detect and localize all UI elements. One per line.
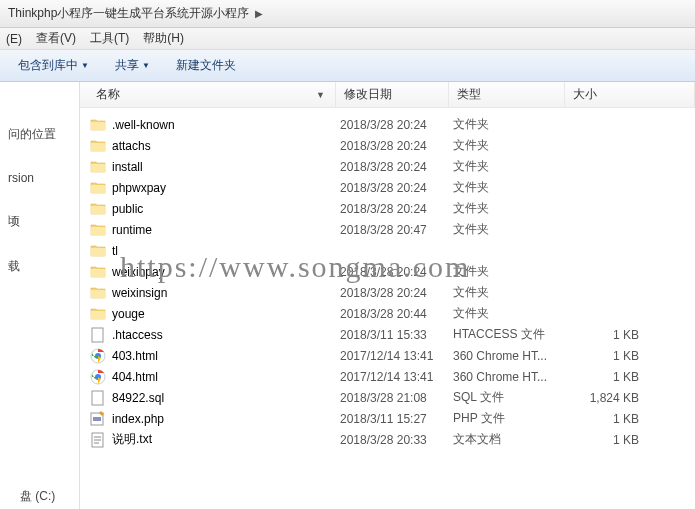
toolbar: 包含到库中 ▼ 共享 ▼ 新建文件夹: [0, 50, 695, 82]
file-type: PHP 文件: [453, 410, 569, 427]
file-date: 2018/3/28 20:24: [340, 286, 453, 300]
menu-tools[interactable]: 工具(T): [90, 30, 129, 47]
file-type: 文件夹: [453, 221, 569, 238]
file-row[interactable]: 84922.sql2018/3/28 21:08SQL 文件1,824 KB: [80, 387, 695, 408]
newfolder-label: 新建文件夹: [176, 57, 236, 74]
nav-freq[interactable]: 顷: [0, 199, 79, 244]
file-size: 1 KB: [569, 433, 649, 447]
menu-view[interactable]: 查看(V): [36, 30, 76, 47]
column-headers: 名称 ▼ 修改日期 类型 大小: [80, 82, 695, 108]
menu-edit[interactable]: (E): [6, 32, 22, 46]
file-size: 1 KB: [569, 412, 649, 426]
column-size[interactable]: 大小: [565, 82, 695, 107]
file-name: tl: [112, 244, 118, 258]
file-type: 360 Chrome HT...: [453, 349, 569, 363]
file-row[interactable]: weixinsign2018/3/28 20:24文件夹: [80, 282, 695, 303]
file-row[interactable]: index.php2018/3/11 15:27PHP 文件1 KB: [80, 408, 695, 429]
file-name: 说明.txt: [112, 431, 152, 448]
file-row[interactable]: 403.html2017/12/14 13:41360 Chrome HT...…: [80, 345, 695, 366]
navigation-pane[interactable]: 问的位置 rsion 顷 载: [0, 82, 80, 509]
file-name: .well-known: [112, 118, 175, 132]
breadcrumb-path[interactable]: Thinkphp小程序一键生成平台系统开源小程序: [8, 5, 249, 22]
file-type: 文件夹: [453, 284, 569, 301]
file-date: 2018/3/28 20:24: [340, 139, 453, 153]
file-row[interactable]: phpwxpay2018/3/28 20:24文件夹: [80, 177, 695, 198]
folder-icon: [90, 138, 106, 154]
share-button[interactable]: 共享 ▼: [105, 53, 160, 78]
folder-icon: [90, 222, 106, 238]
nav-rsion[interactable]: rsion: [0, 157, 79, 199]
include-label: 包含到库中: [18, 57, 78, 74]
file-name: 404.html: [112, 370, 158, 384]
file-date: 2018/3/28 20:44: [340, 307, 453, 321]
breadcrumb-arrow-icon[interactable]: ▶: [255, 8, 263, 19]
file-name: phpwxpay: [112, 181, 166, 195]
file-name: .htaccess: [112, 328, 163, 342]
file-type: 文件夹: [453, 158, 569, 175]
file-date: 2018/3/28 20:24: [340, 160, 453, 174]
file-row[interactable]: runtime2018/3/28 20:47文件夹: [80, 219, 695, 240]
file-date: 2018/3/28 21:08: [340, 391, 453, 405]
file-name: weixinpay: [112, 265, 165, 279]
folder-icon: [90, 306, 106, 322]
main-area: 问的位置 rsion 顷 载 名称 ▼ 修改日期 类型 大小 .well-kno…: [0, 82, 695, 509]
sort-arrow-icon: ▼: [316, 90, 325, 100]
file-date: 2018/3/28 20:24: [340, 118, 453, 132]
file-date: 2017/12/14 13:41: [340, 370, 453, 384]
svg-rect-5: [92, 391, 103, 405]
file-date: 2018/3/11 15:27: [340, 412, 453, 426]
file-icon: [90, 390, 106, 406]
file-type: 文件夹: [453, 263, 569, 280]
file-date: 2018/3/28 20:24: [340, 181, 453, 195]
file-list[interactable]: .well-known2018/3/28 20:24文件夹attachs2018…: [80, 108, 695, 450]
file-name: attachs: [112, 139, 151, 153]
file-row[interactable]: 404.html2017/12/14 13:41360 Chrome HT...…: [80, 366, 695, 387]
file-row[interactable]: tl: [80, 240, 695, 261]
file-row[interactable]: .well-known2018/3/28 20:24文件夹: [80, 114, 695, 135]
nav-download[interactable]: 载: [0, 244, 79, 289]
file-date: 2018/3/28 20:33: [340, 433, 453, 447]
file-name: runtime: [112, 223, 152, 237]
column-type[interactable]: 类型: [449, 82, 565, 107]
file-date: 2017/12/14 13:41: [340, 349, 453, 363]
file-date: 2018/3/28 20:24: [340, 202, 453, 216]
file-row[interactable]: .htaccess2018/3/11 15:33HTACCESS 文件1 KB: [80, 324, 695, 345]
chrome-icon: [90, 369, 106, 385]
file-size: 1 KB: [569, 370, 649, 384]
share-label: 共享: [115, 57, 139, 74]
file-type: 文件夹: [453, 179, 569, 196]
file-name: 403.html: [112, 349, 158, 363]
file-name: install: [112, 160, 143, 174]
file-type: 360 Chrome HT...: [453, 370, 569, 384]
column-name[interactable]: 名称 ▼: [80, 82, 336, 107]
nav-recent[interactable]: 问的位置: [0, 112, 79, 157]
file-row[interactable]: weixinpay2018/3/28 20:24文件夹: [80, 261, 695, 282]
svg-rect-7: [93, 417, 101, 421]
file-row[interactable]: install2018/3/28 20:24文件夹: [80, 156, 695, 177]
file-row[interactable]: public2018/3/28 20:24文件夹: [80, 198, 695, 219]
file-type: HTACCESS 文件: [453, 326, 569, 343]
column-date[interactable]: 修改日期: [336, 82, 449, 107]
file-date: 2018/3/28 20:24: [340, 265, 453, 279]
file-row[interactable]: youge2018/3/28 20:44文件夹: [80, 303, 695, 324]
txt-icon: [90, 432, 106, 448]
file-row[interactable]: attachs2018/3/28 20:24文件夹: [80, 135, 695, 156]
folder-icon: [90, 159, 106, 175]
include-in-library-button[interactable]: 包含到库中 ▼: [8, 53, 99, 78]
address-bar[interactable]: Thinkphp小程序一键生成平台系统开源小程序 ▶: [0, 0, 695, 28]
file-size: 1 KB: [569, 328, 649, 342]
file-icon: [90, 327, 106, 343]
file-name: public: [112, 202, 143, 216]
new-folder-button[interactable]: 新建文件夹: [166, 53, 246, 78]
file-row[interactable]: 说明.txt2018/3/28 20:33文本文档1 KB: [80, 429, 695, 450]
file-name: weixinsign: [112, 286, 167, 300]
chrome-icon: [90, 348, 106, 364]
file-type: 文件夹: [453, 305, 569, 322]
file-name: index.php: [112, 412, 164, 426]
nav-drive-c[interactable]: 盘 (C:): [20, 488, 55, 505]
dropdown-arrow-icon: ▼: [81, 61, 89, 70]
folder-icon: [90, 201, 106, 217]
file-type: 文件夹: [453, 200, 569, 217]
dropdown-arrow-icon: ▼: [142, 61, 150, 70]
menu-help[interactable]: 帮助(H): [143, 30, 184, 47]
